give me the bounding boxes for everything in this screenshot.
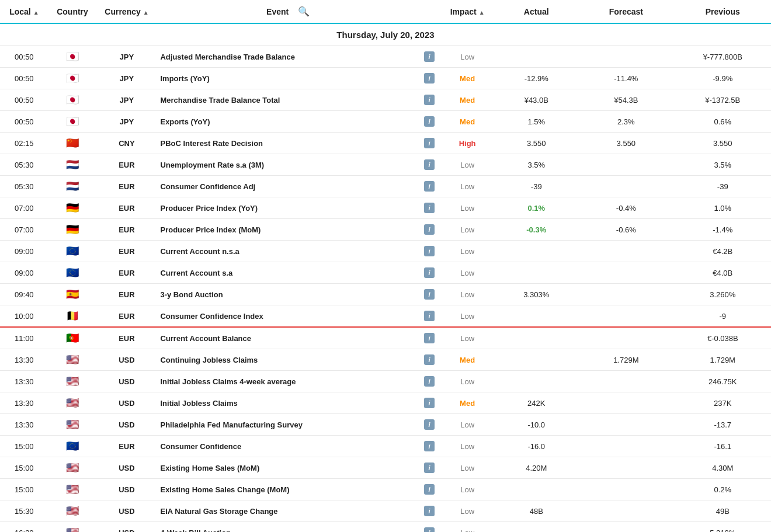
impact-header[interactable]: Impact ▲ [440, 0, 495, 23]
info-button[interactable]: i [424, 506, 435, 516]
impact-level: Low [440, 327, 495, 349]
info-button-cell[interactable]: i [419, 349, 439, 371]
impact-sort-icon[interactable]: ▲ [479, 9, 485, 16]
info-button-cell[interactable]: i [419, 392, 439, 414]
info-button-cell[interactable]: i [419, 68, 439, 89]
event-name[interactable]: 4-Week Bill Auction [157, 522, 419, 533]
info-button-cell[interactable]: i [419, 46, 439, 68]
info-button[interactable]: i [424, 311, 435, 321]
info-button-cell[interactable]: i [419, 371, 439, 392]
event-name[interactable]: Existing Home Sales (MoM) [157, 457, 419, 479]
info-button-cell[interactable]: i [419, 133, 439, 154]
info-button-cell[interactable]: i [419, 241, 439, 262]
impact-level: Med [440, 89, 495, 111]
info-button[interactable]: i [424, 376, 435, 387]
event-name[interactable]: Producer Price Index (MoM) [157, 219, 419, 241]
currency-code: EUR [96, 327, 157, 349]
event-name[interactable]: EIA Natural Gas Storage Change [157, 500, 419, 522]
event-name[interactable]: Unemployment Rate s.a (3M) [157, 154, 419, 176]
info-button-cell[interactable]: i [419, 176, 439, 197]
event-name[interactable]: Imports (YoY) [157, 68, 419, 89]
info-button[interactable]: i [424, 95, 435, 105]
event-name[interactable]: 3-y Bond Auction [157, 284, 419, 305]
table-row: 09:40🇪🇸EUR3-y Bond AuctioniLow3.303%3.26… [0, 284, 771, 305]
info-button[interactable]: i [424, 246, 435, 256]
info-button[interactable]: i [424, 159, 435, 170]
info-button[interactable]: i [424, 116, 435, 127]
forecast-value [578, 305, 674, 328]
info-button-cell[interactable]: i [419, 457, 439, 479]
info-button-cell[interactable]: i [419, 111, 439, 133]
forecast-value: -0.6% [578, 219, 674, 241]
event-name[interactable]: PBoC Interest Rate Decision [157, 133, 419, 154]
info-button-cell[interactable]: i [419, 154, 439, 176]
search-icon[interactable]: 🔍 [298, 6, 310, 16]
event-name[interactable]: Consumer Confidence [157, 436, 419, 457]
info-button-cell[interactable]: i [419, 219, 439, 241]
country-header[interactable]: Country [48, 0, 97, 23]
event-name[interactable]: Initial Jobless Claims [157, 392, 419, 414]
actual-value [495, 262, 578, 284]
info-button[interactable]: i [424, 441, 435, 451]
info-button-cell[interactable]: i [419, 522, 439, 533]
info-button-cell[interactable]: i [419, 305, 439, 328]
info-button[interactable]: i [424, 419, 435, 430]
actual-value [495, 371, 578, 392]
actual-value: -10.0 [495, 414, 578, 436]
info-button[interactable]: i [424, 203, 435, 213]
event-name[interactable]: Adjusted Merchandise Trade Balance [157, 46, 419, 68]
event-name[interactable]: Philadelphia Fed Manufacturing Survey [157, 414, 419, 436]
country-label: Country [57, 7, 88, 16]
info-button[interactable]: i [424, 51, 435, 62]
currency-header[interactable]: Currency ▲ [96, 0, 157, 23]
previous-value: -39 [675, 176, 771, 197]
info-button[interactable]: i [424, 463, 435, 473]
previous-value: 3.550 [675, 133, 771, 154]
info-button[interactable]: i [424, 73, 435, 84]
actual-value: 48B [495, 500, 578, 522]
impact-level: Low [440, 262, 495, 284]
info-button[interactable]: i [424, 354, 435, 365]
forecast-value [578, 436, 674, 457]
event-name[interactable]: Continuing Jobless Claims [157, 349, 419, 371]
local-header[interactable]: Local ▲ [0, 0, 48, 23]
info-button[interactable]: i [424, 398, 435, 408]
event-name[interactable]: Producer Price Index (YoY) [157, 197, 419, 219]
currency-sort-icon[interactable]: ▲ [143, 9, 149, 16]
info-button[interactable]: i [424, 333, 435, 343]
info-button-cell[interactable]: i [419, 327, 439, 349]
info-button-cell[interactable]: i [419, 436, 439, 457]
local-sort-icon[interactable]: ▲ [33, 9, 39, 16]
event-name[interactable]: Merchandise Trade Balance Total [157, 89, 419, 111]
info-button-cell[interactable]: i [419, 284, 439, 305]
info-button[interactable]: i [424, 484, 435, 495]
event-name[interactable]: Consumer Confidence Adj [157, 176, 419, 197]
event-name[interactable]: Initial Jobless Claims 4-week average [157, 371, 419, 392]
info-button[interactable]: i [424, 181, 435, 192]
info-button[interactable]: i [424, 267, 435, 278]
info-button-cell[interactable]: i [419, 262, 439, 284]
currency-code: EUR [96, 197, 157, 219]
event-name[interactable]: Exports (YoY) [157, 111, 419, 133]
info-button-cell[interactable]: i [419, 500, 439, 522]
date-section-row: Thursday, July 20, 2023 [0, 23, 771, 46]
info-button[interactable]: i [424, 138, 435, 148]
currency-code: USD [96, 349, 157, 371]
currency-code: EUR [96, 436, 157, 457]
info-button[interactable]: i [424, 224, 435, 235]
event-name[interactable]: Current Account n.s.a [157, 241, 419, 262]
info-button[interactable]: i [424, 289, 435, 300]
info-button-cell[interactable]: i [419, 89, 439, 111]
info-button-cell[interactable]: i [419, 197, 439, 219]
country-flag: 🇯🇵 [48, 68, 97, 89]
event-name[interactable]: Consumer Confidence Index [157, 305, 419, 328]
info-button[interactable]: i [424, 527, 435, 532]
event-name[interactable]: Existing Home Sales Change (MoM) [157, 479, 419, 500]
event-time: 09:40 [0, 284, 48, 305]
forecast-value [578, 262, 674, 284]
info-button-cell[interactable]: i [419, 414, 439, 436]
event-name[interactable]: Current Account s.a [157, 262, 419, 284]
info-button-cell[interactable]: i [419, 479, 439, 500]
actual-value [495, 479, 578, 500]
event-name[interactable]: Current Account Balance [157, 327, 419, 349]
